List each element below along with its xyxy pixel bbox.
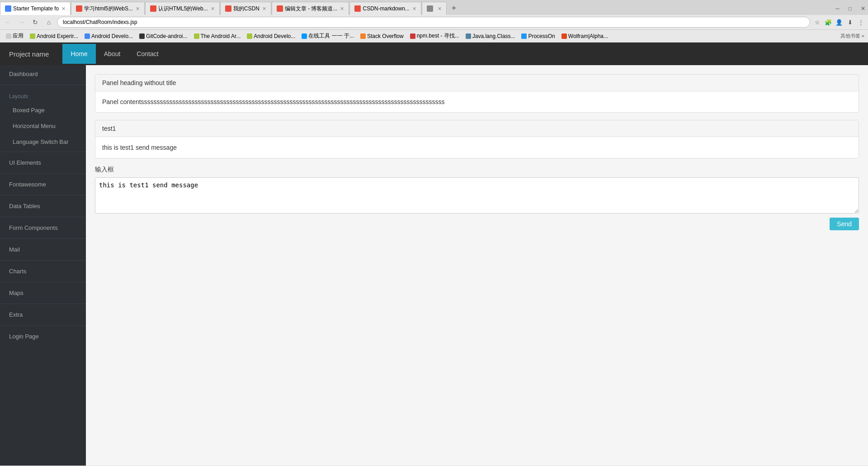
sidebar-item-boxed-page[interactable]: Boxed Page — [0, 102, 86, 118]
sidebar-divider-6 — [0, 238, 86, 239]
nav-item-home[interactable]: Home — [62, 44, 95, 64]
bookmark-gitcode[interactable]: GitCode-androi... — [137, 32, 189, 40]
tab-favicon-4 — [225, 5, 231, 12]
sidebar-item-data-tables[interactable]: Data Tables — [0, 197, 86, 215]
send-button[interactable]: Send — [830, 218, 859, 230]
browser-chrome: Starter Template fo ✕ 学习html5的WebS... ✕ … — [0, 0, 868, 43]
sidebar-item-charts[interactable]: Charts — [0, 262, 86, 280]
profile-icon[interactable]: 👤 — [835, 18, 844, 27]
input-section-label: 输入框 — [95, 166, 859, 174]
bookmark-npm[interactable]: npm.best - 寻找... — [408, 31, 462, 41]
bookmark-label-processon: ProcessOn — [528, 33, 555, 39]
brand-name: Project name — [9, 50, 49, 58]
tab-close-6[interactable]: ✕ — [412, 6, 416, 12]
bookmark-stackoverflow[interactable]: Stack Overflow — [358, 32, 406, 40]
bookmark-label-android-dev1: Android Develo... — [91, 33, 133, 39]
more-bookmarks-button[interactable]: 其他书签 » — [840, 33, 864, 39]
sidebar-item-fontawesome[interactable]: Fontawesome — [0, 176, 86, 193]
nav-item-about[interactable]: About — [96, 44, 129, 64]
bookmark-label-npm: npm.best - 寻找... — [417, 32, 459, 40]
panel-1-body: Panel contentsssssssssssssssssssssssssss… — [95, 91, 859, 112]
sidebar-item-ui-elements[interactable]: UI Elements — [0, 154, 86, 171]
panel-1: Panel heading without title Panel conten… — [95, 74, 859, 113]
panel-2-heading: test1 — [95, 120, 859, 137]
tab-close-3[interactable]: ✕ — [211, 6, 215, 12]
bookmark-favicon-npm — [410, 33, 415, 39]
forward-button[interactable]: → — [16, 17, 27, 28]
sidebar: Dashboard Layouts Boxed Page Horizontal … — [0, 65, 86, 466]
tab-7[interactable]: ✕ — [422, 2, 447, 15]
tab-2[interactable]: 学习html5的WebS... ✕ — [71, 2, 145, 15]
bookmark-label-android-dev2: Android Develo... — [254, 33, 295, 39]
sidebar-item-language-switch[interactable]: Language Switch Bar — [0, 134, 86, 150]
sidebar-divider-5 — [0, 217, 86, 217]
bookmark-star-icon[interactable]: ☆ — [813, 18, 822, 27]
tab-3[interactable]: 认识HTML5的Web... ✕ — [145, 2, 220, 15]
home-button[interactable]: ⌂ — [43, 17, 54, 28]
address-input[interactable] — [57, 17, 810, 28]
bookmark-favicon-apps — [6, 33, 11, 39]
bookmark-android-dev2[interactable]: Android Develo... — [245, 32, 297, 40]
maximize-button[interactable]: □ — [846, 5, 854, 13]
tab-favicon-3 — [150, 5, 156, 12]
tab-label-4: 我的CSDN — [233, 5, 259, 13]
tab-favicon-7 — [427, 5, 433, 12]
bookmark-java[interactable]: Java.lang.Class... — [463, 32, 518, 40]
sidebar-item-horizontal-menu[interactable]: Horizontal Menu — [0, 118, 86, 134]
reload-button[interactable]: ↻ — [30, 17, 41, 28]
tab-close-7[interactable]: ✕ — [438, 6, 442, 12]
bookmark-label-java: Java.lang.Class... — [472, 33, 515, 39]
panel-1-heading: Panel heading without title — [95, 75, 859, 91]
panel-2: test1 this is test1 send message — [95, 120, 859, 158]
sidebar-item-form-components[interactable]: Form Components — [0, 219, 86, 237]
bookmark-label-stackoverflow: Stack Overflow — [367, 33, 404, 39]
bookmark-favicon-android-dev1 — [85, 33, 90, 39]
message-textarea[interactable]: this is <span class="highlight">test1</s… — [95, 177, 859, 214]
sidebar-item-maps[interactable]: Maps — [0, 284, 86, 302]
back-button[interactable]: ← — [3, 17, 14, 28]
tab-label-5: 编辑文章 - 博客频道... — [285, 5, 338, 13]
tab-close-4[interactable]: ✕ — [262, 6, 266, 12]
sidebar-divider-4 — [0, 195, 86, 195]
tab-6[interactable]: CSDN-markdown... ✕ — [349, 2, 421, 15]
bookmark-label-android-ar: The Android Ar... — [201, 33, 241, 39]
bookmark-apps[interactable]: 应用 — [4, 31, 26, 41]
tab-close-2[interactable]: ✕ — [136, 6, 140, 12]
tab-label-3: 认识HTML5的Web... — [158, 5, 208, 13]
sidebar-item-login-page[interactable]: Login Page — [0, 328, 86, 345]
bookmark-favicon-java — [466, 33, 471, 39]
bookmark-android-exp[interactable]: Android Experir... — [28, 32, 80, 40]
bookmark-android-ar[interactable]: The Android Ar... — [192, 32, 243, 40]
tab-close-1[interactable]: ✕ — [61, 6, 66, 12]
bookmark-android-dev1[interactable]: Android Develo... — [82, 32, 135, 40]
bookmark-label-gitcode: GitCode-androi... — [146, 33, 187, 39]
tab-5[interactable]: 编辑文章 - 博客频道... ✕ — [272, 2, 349, 15]
sidebar-section-layouts: Layouts — [0, 87, 86, 102]
sidebar-item-dashboard[interactable]: Dashboard — [0, 65, 86, 83]
tab-favicon-2 — [76, 5, 82, 12]
bookmark-favicon-stackoverflow — [360, 33, 366, 39]
tab-favicon-6 — [354, 5, 361, 12]
menu-icon[interactable]: ⋮ — [856, 18, 865, 27]
sidebar-item-extra[interactable]: Extra — [0, 306, 86, 323]
new-tab-button[interactable]: + — [447, 2, 461, 15]
tab-close-5[interactable]: ✕ — [340, 6, 344, 12]
bookmark-favicon-gitcode — [139, 33, 145, 39]
window-controls: ─ □ ✕ — [833, 2, 868, 15]
tab-4[interactable]: 我的CSDN ✕ — [220, 2, 271, 15]
download-icon[interactable]: ⬇ — [845, 18, 854, 27]
tab-1[interactable]: Starter Template fo ✕ — [0, 2, 71, 15]
bookmark-processon[interactable]: ProcessOn — [519, 32, 557, 40]
minimize-button[interactable]: ─ — [833, 5, 842, 13]
nav-item-contact[interactable]: Contact — [128, 44, 166, 64]
close-button[interactable]: ✕ — [858, 5, 868, 13]
sidebar-item-mail[interactable]: Mail — [0, 241, 86, 258]
bookmark-favicon-android-ar — [194, 33, 199, 39]
bookmark-tools[interactable]: 在线工具 一一 于... — [299, 31, 356, 41]
bookmarks-bar: 应用 Android Experir... Android Develo... … — [0, 29, 868, 42]
extensions-icon[interactable]: 🧩 — [824, 18, 833, 27]
bookmark-label-android-exp: Android Experir... — [37, 33, 78, 39]
bookmark-label-wolfram: Wolfram|Alpha... — [568, 33, 608, 39]
bookmark-wolfram[interactable]: Wolfram|Alpha... — [559, 32, 610, 40]
send-btn-row: Send — [95, 218, 859, 230]
